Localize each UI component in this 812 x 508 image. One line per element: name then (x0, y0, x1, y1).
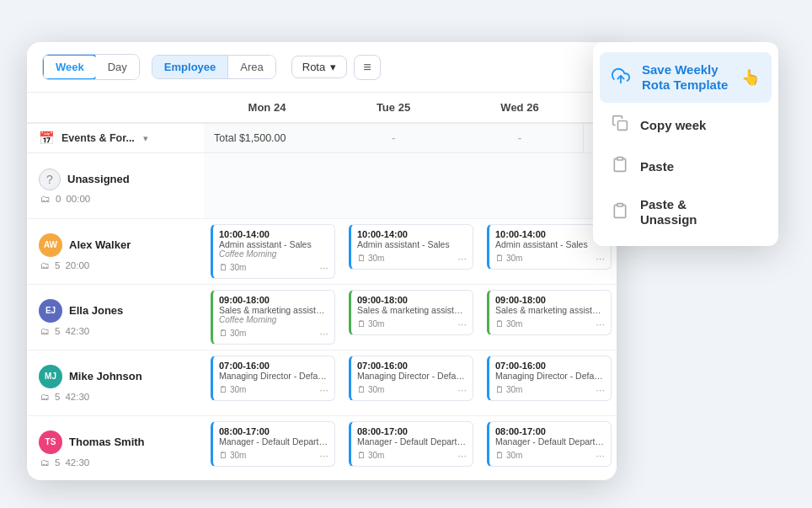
ella-shift-wed-time: 09:00-18:00 (495, 295, 605, 305)
save-rota-menu-item[interactable]: Save Weekly Rota Template 👆 (600, 52, 772, 103)
grid-header: Mon 24 Tue 25 Wed 26 (27, 93, 617, 124)
thomas-shift-tue-menu[interactable]: ··· (457, 449, 467, 462)
unassigned-shifts: 0 (56, 194, 61, 204)
clock-icon-12: 🗒 (495, 451, 504, 460)
thomas-shift-tue-title: Manager - Default Department (357, 436, 467, 447)
ella-jones-name: Ella Jones (69, 304, 123, 317)
unassigned-cell-mon[interactable] (204, 153, 342, 219)
ella-shift-mon: 09:00-18:00 Sales & marketing assistant … (211, 290, 335, 345)
ella-shift-wed-footer: 🗒 30m ··· (495, 318, 605, 330)
area-button[interactable]: Area (228, 56, 275, 78)
alex-shift-mon-menu[interactable]: ··· (319, 261, 329, 274)
paste-unassign-menu-item[interactable]: Paste & Unassign (593, 187, 778, 238)
mike-shift-wed-time: 07:00-16:00 (495, 361, 605, 371)
thomas-shift-mon-time: 08:00-17:00 (219, 426, 329, 436)
mike-shift-mon-duration: 🗒 30m (219, 385, 246, 394)
ella-hours: 42:30 (65, 326, 89, 336)
events-chevron: ▾ (143, 133, 148, 144)
thomas-shift-tue: 08:00-17:00 Manager - Default Department… (349, 421, 473, 467)
clock-icon: 🗒 (219, 263, 227, 272)
alex-shift-mon-time: 10:00-14:00 (219, 229, 329, 239)
alex-cell-tue[interactable]: 10:00-14:00 Admin assistant - Sales 🗒 30… (342, 219, 480, 285)
alex-shift-wed-menu[interactable]: ··· (596, 252, 605, 265)
alex-shift-tue-title: Admin assistant - Sales (357, 239, 467, 249)
toolbar: Week Day Employee Area Rota ▾ ≡ (27, 42, 617, 93)
alex-shift-mon-duration: 🗒 30m (219, 263, 246, 272)
thomas-shift-wed-title: Manager - Default Department (495, 436, 605, 447)
ella-cell-wed[interactable]: 09:00-18:00 Sales & marketing assistant … (480, 285, 617, 350)
mike-johnson-info: MJ Mike Johnson 🗂 5 42:30 (27, 350, 204, 416)
day-button[interactable]: Day (96, 55, 139, 79)
calendar-icon: 📅 (39, 131, 55, 146)
filter-button[interactable]: ≡ (354, 55, 380, 80)
alex-walker-initials: AW (44, 240, 57, 249)
ella-shift-tue-duration: 🗒 30m (357, 319, 384, 329)
ella-shifts: 5 (55, 326, 60, 336)
mike-shift-mon-time: 07:00-16:00 (219, 361, 329, 371)
alex-shift-tue-duration: 🗒 30m (357, 254, 384, 263)
ella-shift-wed: 09:00-18:00 Sales & marketing assistant … (487, 290, 612, 335)
alex-shift-wed-footer: 🗒 30m ··· (495, 252, 605, 265)
mike-shift-mon-title: Managing Director - Default Dep... (219, 371, 329, 381)
thomas-cell-mon[interactable]: 08:00-17:00 Manager - Default Department… (204, 416, 342, 468)
employee-button[interactable]: Employee (152, 56, 228, 78)
mike-shift-tue-menu[interactable]: ··· (457, 383, 467, 396)
clock-icon-10: 🗒 (219, 451, 227, 460)
alex-walker-avatar: AW (39, 233, 62, 257)
mike-hours: 42:30 (65, 392, 89, 402)
mike-cell-mon[interactable]: 07:00-16:00 Managing Director - Default … (204, 350, 342, 416)
ella-shift-tue-menu[interactable]: ··· (457, 318, 467, 330)
paste-menu-item[interactable]: Paste (593, 146, 778, 187)
copy-icon (612, 115, 628, 136)
ella-shift-mon-sub: Coffee Morning (219, 315, 329, 324)
rota-dropdown[interactable]: Rota ▾ (291, 56, 347, 78)
events-text: Events & For... (61, 132, 135, 144)
clock-icon-6: 🗒 (495, 319, 504, 329)
mike-shift-mon-menu[interactable]: ··· (319, 383, 329, 396)
alex-shift-tue-menu[interactable]: ··· (457, 252, 467, 265)
view-toggle: Week Day (42, 54, 140, 80)
unassigned-cell-tue[interactable] (342, 153, 480, 219)
events-label[interactable]: 📅 Events & For... ▾ (27, 124, 204, 153)
ella-shift-mon-menu[interactable]: ··· (319, 327, 329, 340)
clock-icon-11: 🗒 (357, 451, 366, 460)
mike-shift-wed-menu[interactable]: ··· (596, 383, 605, 396)
thomas-shift-mon-title: Manager - Default Department (219, 436, 329, 447)
ella-shift-tue-footer: 🗒 30m ··· (357, 318, 467, 330)
alex-shift-tue-footer: 🗒 30m ··· (357, 252, 467, 265)
thomas-shift-wed-menu[interactable]: ··· (596, 449, 605, 462)
paste-icon (612, 156, 628, 177)
mike-cell-tue[interactable]: 07:00-16:00 Managing Director - Default … (342, 350, 480, 416)
mike-johnson-initials: MJ (45, 372, 56, 381)
thomas-cell-wed[interactable]: 08:00-17:00 Manager - Default Department… (480, 416, 617, 468)
ella-jones-initials: EJ (45, 306, 56, 315)
mike-johnson-top: MJ Mike Johnson (39, 365, 192, 388)
thomas-smith-top: TS Thomas Smith (39, 430, 192, 454)
filter-icon: ≡ (363, 60, 371, 74)
schedule-grid: Mon 24 Tue 25 Wed 26 📅 Events & For... ▾… (27, 93, 617, 480)
thomas-cell-tue[interactable]: 08:00-17:00 Manager - Default Department… (342, 416, 480, 468)
alex-shift-tue: 10:00-14:00 Admin assistant - Sales 🗒 30… (349, 224, 473, 270)
shifts-icon-mike: 🗂 (40, 392, 50, 402)
mike-shift-tue-title: Managing Director - Default Dep... (357, 371, 467, 381)
col-header-mon: Mon 24 (204, 93, 330, 123)
col-header-wed: Wed 26 (457, 93, 583, 123)
mike-shift-mon: 07:00-16:00 Managing Director - Default … (211, 356, 335, 401)
ella-cell-mon[interactable]: 09:00-18:00 Sales & marketing assistant … (204, 285, 342, 350)
ella-shift-wed-menu[interactable]: ··· (596, 318, 605, 330)
alex-hours: 20:00 (65, 260, 89, 270)
week-button[interactable]: Week (42, 54, 97, 80)
ella-cell-tue[interactable]: 09:00-18:00 Sales & marketing assistant … (342, 285, 480, 350)
thomas-shift-mon-menu[interactable]: ··· (319, 449, 329, 462)
paste-unassign-icon (612, 202, 628, 223)
alex-cell-mon[interactable]: 10:00-14:00 Admin assistant - Sales Coff… (204, 219, 342, 285)
unassigned-label: Unassigned (67, 173, 130, 185)
ella-shift-mon-time: 09:00-18:00 (219, 295, 329, 305)
alex-shift-mon: 10:00-14:00 Admin assistant - Sales Coff… (211, 224, 335, 279)
rows-grid: ? Unassigned 🗂 0 00:00 (27, 153, 617, 468)
mike-cell-wed[interactable]: 07:00-16:00 Managing Director - Default … (480, 350, 617, 416)
clock-icon-2: 🗒 (357, 254, 366, 263)
copy-week-menu-item[interactable]: Copy week (593, 104, 778, 146)
ella-shift-mon-duration: 🗒 30m (219, 329, 246, 338)
alex-shift-wed-duration: 🗒 30m (495, 254, 522, 263)
